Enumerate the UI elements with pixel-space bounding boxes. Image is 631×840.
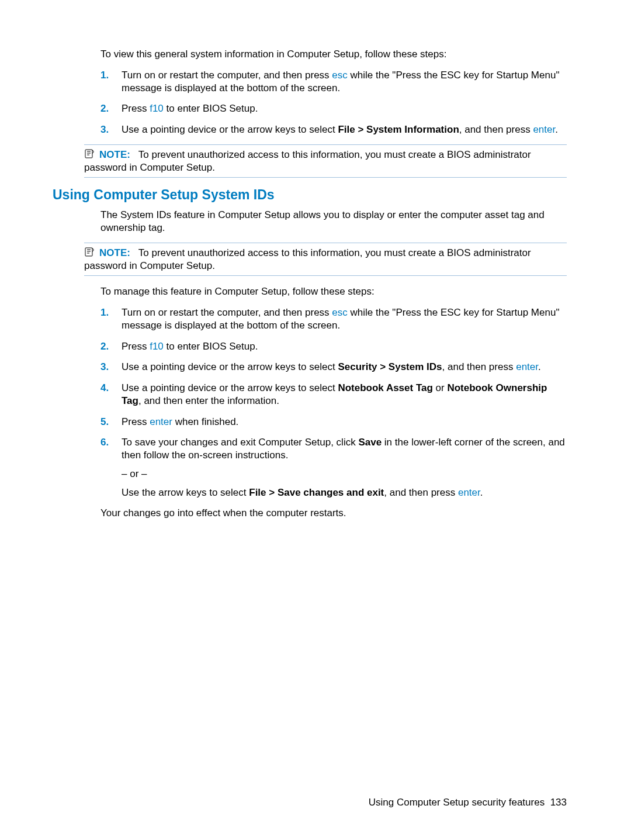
footer-section-title: Using Computer Setup security features — [369, 797, 545, 808]
step-2-3: 3. Use a pointing device or the arrow ke… — [100, 361, 567, 374]
step-number: 5. — [100, 416, 109, 428]
step-text: , and then press — [384, 487, 458, 498]
heading-system-ids: Using Computer Setup System IDs — [53, 187, 567, 203]
step-text: Turn on or restart the computer, and the… — [122, 70, 332, 81]
step-number: 1. — [100, 69, 109, 82]
step-text: to enter BIOS Setup. — [164, 103, 258, 114]
procedure-1: 1. Turn on or restart the computer, and … — [100, 69, 567, 136]
note-box-1: NOTE: To prevent unauthorized access to … — [84, 144, 567, 178]
note-label: NOTE: — [99, 149, 130, 160]
menu-path: File > System Information — [338, 124, 459, 135]
step-number: 3. — [100, 123, 109, 136]
step-text: Press — [122, 103, 150, 114]
step-text: . — [480, 487, 483, 498]
procedure-2: 1. Turn on or restart the computer, and … — [100, 306, 567, 499]
step-number: 6. — [100, 436, 109, 449]
footer-page-number: 133 — [550, 797, 567, 808]
step-2-2: 2. Press f10 to enter BIOS Setup. — [100, 340, 567, 353]
step-2-1: 1. Turn on or restart the computer, and … — [100, 306, 567, 332]
step-text: , and then enter the information. — [138, 395, 279, 406]
step-text: Use a pointing device or the arrow keys … — [122, 382, 338, 393]
step-number: 2. — [100, 340, 109, 353]
note-text: To prevent unauthorized access to this i… — [84, 149, 531, 173]
step-2-6: 6. To save your changes and exit Compute… — [100, 436, 567, 499]
step-text: Turn on or restart the computer, and the… — [122, 307, 332, 318]
step-text: To save your changes and exit Computer S… — [122, 437, 358, 448]
step-2-4: 4. Use a pointing device or the arrow ke… — [100, 382, 567, 407]
step-text: , and then press — [442, 361, 516, 372]
note-text: To prevent unauthorized access to this i… — [84, 247, 531, 271]
svg-rect-1 — [85, 248, 92, 256]
note-icon — [84, 148, 97, 159]
step-alt: Use the arrow keys to select File > Save… — [122, 486, 567, 499]
field-name: Notebook Asset Tag — [338, 382, 432, 393]
key-esc: esc — [332, 70, 347, 81]
step-text: Press — [122, 416, 150, 427]
step-number: 1. — [100, 306, 109, 319]
key-enter: enter — [533, 124, 555, 135]
paragraph-intro1: To view this general system information … — [100, 48, 567, 61]
step-number: 4. — [100, 382, 109, 395]
paragraph-system-ids: The System IDs feature in Computer Setup… — [100, 209, 567, 234]
button-name: Save — [358, 437, 382, 448]
step-text: when finished. — [172, 416, 238, 427]
step-text: Use the arrow keys to select — [122, 487, 249, 498]
step-text: to enter BIOS Setup. — [164, 341, 258, 352]
key-f10: f10 — [150, 341, 164, 352]
or-text: – or – — [122, 468, 567, 481]
paragraph-closing: Your changes go into effect when the com… — [100, 507, 567, 520]
menu-path: File > Save changes and exit — [249, 487, 384, 498]
step-2-5: 5. Press enter when finished. — [100, 416, 567, 428]
paragraph-manage-intro: To manage this feature in Computer Setup… — [100, 285, 567, 298]
step-text: Press — [122, 341, 150, 352]
key-enter: enter — [150, 416, 172, 427]
step-number: 2. — [100, 102, 109, 115]
step-text: or — [433, 382, 448, 393]
step-text: , and then press — [459, 124, 533, 135]
step-text: Use a pointing device or the arrow keys … — [122, 124, 338, 135]
key-esc: esc — [332, 307, 347, 318]
note-box-2: NOTE: To prevent unauthorized access to … — [84, 243, 567, 276]
key-enter: enter — [458, 487, 480, 498]
note-icon — [84, 247, 97, 257]
menu-path: Security > System IDs — [338, 361, 442, 372]
step-1-3: 3. Use a pointing device or the arrow ke… — [100, 123, 567, 136]
svg-rect-0 — [85, 150, 92, 158]
key-f10: f10 — [150, 103, 164, 114]
step-1-2: 2. Press f10 to enter BIOS Setup. — [100, 102, 567, 115]
step-text: . — [555, 124, 558, 135]
page-footer: Using Computer Setup security features 1… — [369, 797, 567, 808]
note-label: NOTE: — [99, 247, 130, 258]
step-text: . — [538, 361, 541, 372]
step-number: 3. — [100, 361, 109, 374]
key-enter: enter — [516, 361, 538, 372]
step-text: Use a pointing device or the arrow keys … — [122, 361, 338, 372]
step-1-1: 1. Turn on or restart the computer, and … — [100, 69, 567, 95]
